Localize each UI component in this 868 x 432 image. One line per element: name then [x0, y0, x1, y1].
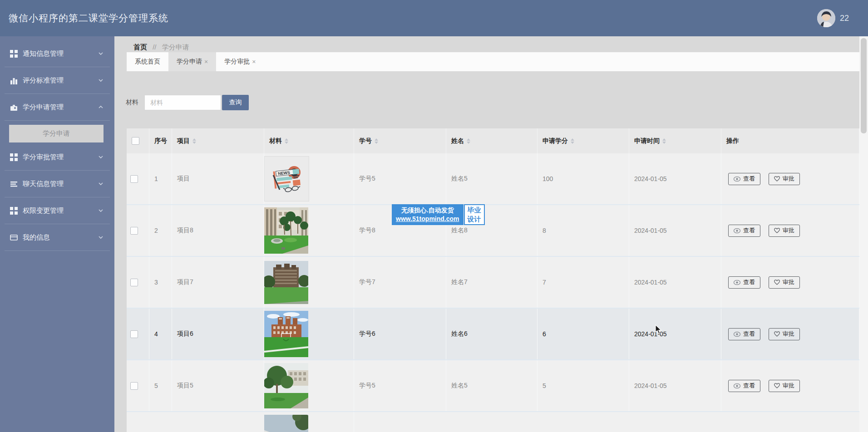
- row-checkbox[interactable]: [130, 330, 138, 338]
- heart-icon: [774, 176, 780, 182]
- column-header-name[interactable]: 姓名: [446, 128, 538, 153]
- chevron-down-icon: [98, 78, 104, 83]
- avatar-photo: [817, 9, 835, 27]
- briefcase-icon: [10, 103, 18, 111]
- cell-name: 姓名6: [446, 309, 538, 359]
- material-thumbnail-news[interactable]: NEWS: [264, 156, 309, 201]
- eye-icon: [734, 332, 740, 337]
- eye-icon: [734, 383, 740, 388]
- sidebar: 通知信息管理 评分标准管理 学分申请管理 学分申请 学分审批管理 聊天信息管理 …: [0, 36, 114, 432]
- sort-icon: [285, 138, 288, 144]
- approve-button[interactable]: 审批: [769, 380, 800, 392]
- sidebar-item-scoring-standard-management[interactable]: 评分标准管理: [5, 67, 110, 94]
- chevron-down-icon: [98, 51, 104, 56]
- column-header-credits[interactable]: 申请学分: [538, 128, 629, 153]
- close-icon[interactable]: ×: [252, 58, 256, 65]
- view-button[interactable]: 查看: [728, 173, 760, 185]
- view-button[interactable]: 查看: [728, 276, 760, 289]
- cell-student-id: 学号5: [354, 360, 446, 411]
- list-icon: [10, 180, 18, 188]
- eye-icon: [734, 228, 740, 233]
- table-row: 1 项目 NEWS: [127, 153, 859, 205]
- column-header-time[interactable]: 申请时间: [629, 128, 721, 153]
- cell-credits: 7: [538, 257, 629, 308]
- select-all-checkbox[interactable]: [132, 137, 139, 145]
- cell-index: 4: [149, 309, 172, 359]
- row-checkbox[interactable]: [130, 175, 138, 183]
- app-title: 微信小程序的第二课堂学分管理系统: [0, 12, 168, 25]
- row-checkbox[interactable]: [130, 279, 138, 286]
- view-button[interactable]: 查看: [728, 225, 760, 237]
- column-header-project[interactable]: 项目: [172, 128, 264, 153]
- table-row-hovered: 4 项目6 学号6: [127, 309, 859, 360]
- app-header: 微信小程序的第二课堂学分管理系统 22: [0, 0, 868, 36]
- material-thumbnail-sports-field[interactable]: [264, 311, 308, 357]
- cell-index: 1: [149, 153, 172, 204]
- search-input[interactable]: [144, 95, 221, 110]
- table-row: 2 项目8: [127, 205, 859, 257]
- breadcrumb: 首页 // 学分申请: [114, 36, 859, 52]
- cell-credits: 6: [538, 309, 629, 359]
- approve-button[interactable]: 审批: [769, 276, 800, 289]
- chevron-down-icon: [98, 181, 104, 187]
- cell-credits: 8: [538, 205, 629, 256]
- user-avatar[interactable]: [817, 9, 835, 27]
- row-checkbox[interactable]: [130, 227, 138, 235]
- breadcrumb-home[interactable]: 首页: [133, 43, 147, 51]
- search-button[interactable]: 查询: [222, 95, 249, 110]
- watermark: 无须担心.自动发货 www.51topmind.com 毕业 设计: [392, 204, 485, 225]
- scrollbar-track[interactable]: [859, 36, 868, 432]
- cell-time: 2024-01-05: [629, 205, 721, 256]
- sidebar-item-my-info[interactable]: 我的信息: [5, 224, 110, 251]
- watermark-text-box: 无须担心.自动发货 www.51topmind.com: [392, 204, 464, 225]
- chevron-up-icon: [98, 104, 104, 110]
- tab-credit-approval[interactable]: 学分审批 ×: [216, 52, 264, 71]
- view-button[interactable]: 查看: [728, 328, 760, 340]
- cell-index: 2: [149, 205, 172, 256]
- cell-time: 2024-01-05: [629, 257, 721, 308]
- grid-icon: [10, 207, 18, 215]
- row-checkbox[interactable]: [130, 382, 138, 390]
- breadcrumb-separator: //: [153, 43, 156, 51]
- sidebar-item-permission-change-management[interactable]: 权限变更管理: [5, 197, 110, 224]
- table-header-row: 序号 项目 材料 学号 姓名 申请学分 申请时间 操作: [127, 128, 859, 153]
- cell-credits: 5: [538, 360, 629, 411]
- column-header-material[interactable]: 材料: [264, 128, 354, 153]
- tab-credit-application[interactable]: 学分申请 ×: [168, 52, 216, 71]
- user-area[interactable]: 22: [817, 9, 868, 27]
- chevron-down-icon: [98, 154, 104, 160]
- cell-index: 5: [149, 360, 172, 411]
- approve-button[interactable]: 审批: [769, 173, 800, 185]
- approve-button[interactable]: 审批: [769, 225, 800, 237]
- sidebar-item-chat-info-management[interactable]: 聊天信息管理: [5, 171, 110, 197]
- material-thumbnail-campus-trees[interactable]: [264, 363, 308, 408]
- cell-student-id: 学号7: [354, 257, 446, 308]
- user-count: 22: [840, 14, 849, 23]
- cell-name: 姓名5: [446, 153, 538, 204]
- bar-chart-icon: [10, 77, 18, 84]
- sidebar-item-notification-management[interactable]: 通知信息管理: [5, 40, 110, 67]
- sort-icon: [662, 138, 666, 144]
- material-thumbnail-sky-building[interactable]: [264, 415, 308, 432]
- heart-icon: [774, 331, 780, 337]
- eye-icon: [734, 177, 740, 182]
- view-button[interactable]: 查看: [728, 380, 760, 392]
- cell-project: 项目5: [172, 360, 264, 411]
- approve-button[interactable]: 审批: [769, 328, 800, 340]
- tab-bar: 系统首页 学分申请 × 学分审批 ×: [127, 52, 859, 71]
- column-header-student-id[interactable]: 学号: [354, 128, 446, 153]
- search-label: 材料: [126, 98, 138, 107]
- close-icon[interactable]: ×: [204, 58, 208, 65]
- material-thumbnail-building[interactable]: [264, 261, 308, 304]
- sidebar-item-credit-application-management[interactable]: 学分申请管理: [5, 94, 110, 121]
- scrollbar-thumb[interactable]: [861, 38, 867, 133]
- material-thumbnail-courtyard[interactable]: [264, 207, 308, 254]
- sidebar-subitem-credit-application[interactable]: 学分申请: [9, 125, 104, 142]
- cell-name: 姓名5: [446, 360, 538, 411]
- credit-application-table: 序号 项目 材料 学号 姓名 申请学分 申请时间 操作 1 项目: [127, 128, 859, 432]
- grid-icon: [10, 50, 18, 58]
- sidebar-item-credit-approval-management[interactable]: 学分审批管理: [5, 144, 110, 171]
- column-header-index: 序号: [149, 128, 172, 153]
- tab-system-home[interactable]: 系统首页: [127, 52, 168, 71]
- table-row-partial: [127, 412, 859, 432]
